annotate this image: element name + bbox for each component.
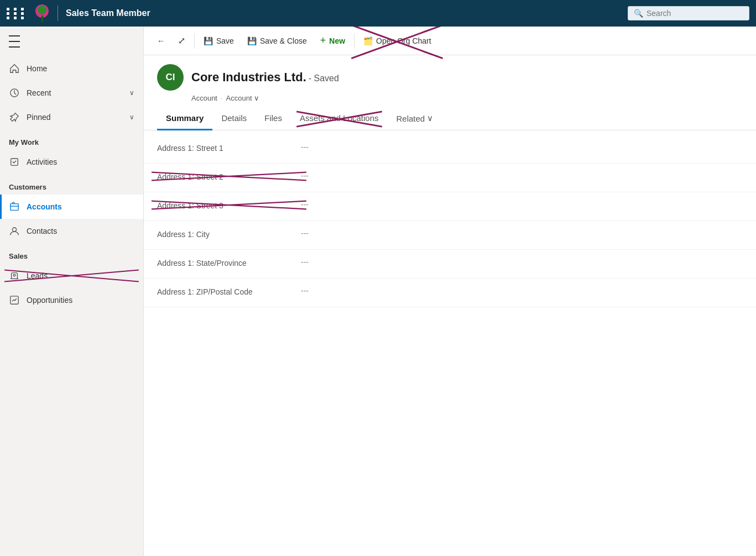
subtitle-separator: · — [221, 94, 223, 102]
svg-point-1 — [38, 6, 46, 14]
value-street1[interactable]: --- — [301, 143, 309, 151]
sidebar-label-accounts: Accounts — [27, 202, 62, 211]
save-button[interactable]: 💾 Save — [197, 32, 241, 50]
record-saved-status: - Saved — [309, 74, 339, 83]
tab-files-label: Files — [264, 113, 282, 123]
tab-assets[interactable]: Assets and Locations — [291, 108, 388, 130]
sidebar-label-pinned: Pinned — [27, 113, 51, 122]
svg-rect-5 — [11, 204, 18, 211]
record-title-row: CI Core Industries Ltd. - Saved — [157, 64, 743, 91]
hamburger-menu[interactable] — [0, 27, 143, 56]
value-street2[interactable]: --- — [301, 171, 309, 180]
pin-icon — [9, 112, 20, 123]
toolbar: ← ⤢ 💾 Save 💾 Save & Close + New 🗂️ — [144, 27, 756, 55]
save-close-label: Save & Close — [260, 36, 307, 45]
value-street3[interactable]: --- — [301, 200, 309, 209]
record-name-block: Core Industries Ltd. - Saved — [191, 70, 339, 85]
tab-details[interactable]: Details — [212, 108, 256, 130]
form-row-city: Address 1: City --- — [144, 221, 756, 250]
form-row-state: Address 1: State/Province --- — [144, 250, 756, 279]
save-label: Save — [216, 36, 234, 45]
search-icon: 🔍 — [634, 9, 643, 18]
tab-related-label: Related — [397, 114, 425, 123]
form-row-zip: Address 1: ZIP/Postal Code --- — [144, 279, 756, 307]
record-subtype: Account — [226, 94, 252, 102]
sidebar-label-recent: Recent — [27, 88, 51, 97]
sidebar-item-leads[interactable]: Leads — [0, 264, 143, 288]
sidebar-label-contacts: Contacts — [27, 227, 57, 235]
section-header-sales: Sales — [0, 243, 143, 264]
value-state[interactable]: --- — [301, 258, 309, 266]
svg-line-8 — [4, 270, 139, 282]
top-navigation: Sales Team Member 🔍 — [0, 0, 756, 27]
save-icon: 💾 — [204, 36, 213, 45]
tab-details-label: Details — [221, 113, 247, 123]
accounts-icon — [9, 201, 20, 212]
form-row-street1: Address 1: Street 1 --- — [144, 135, 756, 164]
record-subtitle: Account · Account ∨ — [191, 94, 743, 102]
expand-icon: ⤢ — [178, 35, 185, 46]
sidebar-item-opportunities[interactable]: Opportunities — [0, 288, 143, 312]
tab-summary-label: Summary — [166, 113, 204, 123]
toolbar-divider — [194, 33, 195, 49]
main-content: ← ⤢ 💾 Save 💾 Save & Close + New 🗂️ — [144, 27, 756, 556]
value-zip[interactable]: --- — [301, 286, 309, 295]
svg-line-9 — [4, 270, 139, 282]
tab-files[interactable]: Files — [256, 108, 291, 130]
record-name: Core Industries Ltd. — [191, 70, 306, 84]
tabs: Summary Details Files Assets and Locatio… — [144, 108, 756, 130]
chevron-down-icon: ∨ — [129, 89, 134, 97]
sidebar-label-opportunities: Opportunities — [27, 296, 72, 305]
new-button[interactable]: + New — [314, 30, 352, 51]
sidebar-item-home[interactable]: Home — [0, 56, 143, 81]
value-city[interactable]: --- — [301, 229, 309, 238]
svg-point-7 — [13, 274, 15, 276]
app-title: Sales Team Member — [66, 8, 628, 18]
save-close-button[interactable]: 💾 Save & Close — [241, 32, 314, 50]
record-subtype-dropdown[interactable]: Account ∨ — [226, 94, 259, 102]
dropdown-chevron-icon: ∨ — [254, 94, 259, 102]
tab-summary[interactable]: Summary — [157, 108, 212, 130]
sidebar-item-recent[interactable]: Recent ∨ — [0, 81, 143, 105]
app-logo — [32, 3, 52, 23]
svg-rect-2 — [41, 15, 43, 22]
search-input[interactable] — [646, 9, 743, 18]
tab-related[interactable]: Related ∨ — [388, 108, 442, 130]
label-street1: Address 1: Street 1 — [157, 143, 301, 153]
clock-icon — [9, 87, 20, 98]
label-street2: Address 1: Street 2 — [157, 171, 301, 181]
label-street2-text: Address 1: Street 2 — [157, 172, 223, 181]
record-header: CI Core Industries Ltd. - Saved Account … — [144, 55, 756, 102]
back-button[interactable]: ← — [150, 32, 171, 50]
opportunities-icon — [9, 295, 20, 306]
tab-assets-label: Assets and Locations — [300, 113, 379, 123]
record-avatar: CI — [157, 64, 184, 91]
record-type: Account — [191, 94, 217, 102]
home-icon — [9, 63, 20, 74]
sidebar: Home Recent ∨ Pinned ∨ My Work — [0, 27, 144, 556]
section-header-mywork: My Work — [0, 129, 143, 150]
app-grid-icon[interactable] — [7, 8, 27, 19]
chevron-down-icon: ∨ — [129, 113, 134, 121]
back-icon: ← — [157, 36, 165, 45]
sidebar-item-activities[interactable]: Activities — [0, 150, 143, 174]
body-area: Home Recent ∨ Pinned ∨ My Work — [0, 27, 756, 556]
label-zip: Address 1: ZIP/Postal Code — [157, 286, 301, 296]
org-chart-icon: 🗂️ — [363, 36, 373, 45]
leads-icon — [9, 270, 20, 281]
sidebar-item-contacts[interactable]: Contacts — [0, 219, 143, 243]
new-icon: + — [320, 35, 326, 46]
expand-button[interactable]: ⤢ — [171, 31, 192, 50]
sidebar-item-pinned[interactable]: Pinned ∨ — [0, 105, 143, 129]
label-street3-text: Address 1: Street 3 — [157, 201, 223, 210]
search-box[interactable]: 🔍 — [628, 6, 749, 20]
label-street3: Address 1: Street 3 — [157, 200, 301, 210]
sidebar-label-activities: Activities — [27, 158, 57, 166]
svg-point-6 — [12, 228, 16, 232]
sidebar-label-leads: Leads — [27, 271, 48, 280]
sidebar-item-accounts[interactable]: Accounts — [0, 195, 143, 219]
nav-divider — [58, 6, 58, 21]
new-label: New — [329, 36, 345, 45]
open-org-chart-button[interactable]: 🗂️ Open Org Chart — [357, 32, 438, 50]
section-header-customers: Customers — [0, 174, 143, 195]
